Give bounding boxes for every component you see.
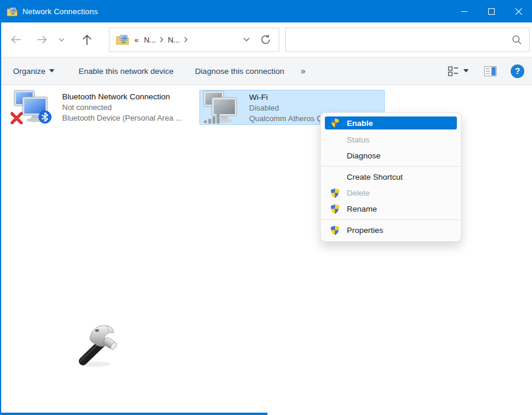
- diagnose-connection-button[interactable]: Diagnose this connection: [195, 67, 284, 76]
- forward-arrow-icon: [36, 34, 48, 45]
- preview-pane-icon: [484, 66, 496, 76]
- connection-bluetooth[interactable]: Bluetooth Network Connection Not connect…: [11, 90, 198, 125]
- address-bar[interactable]: « N... N...: [109, 28, 279, 52]
- help-button[interactable]: ?: [511, 64, 524, 78]
- search-icon: [512, 35, 522, 45]
- minimize-icon: [461, 8, 467, 15]
- uac-shield-icon: [330, 118, 340, 128]
- menu-separator: [321, 166, 461, 167]
- window-title: Network Connections: [22, 7, 98, 16]
- breadcrumb-segment-1[interactable]: N...: [144, 35, 156, 44]
- hammer-cursor: [75, 317, 122, 367]
- refresh-icon: [260, 34, 271, 45]
- app-icon: [7, 7, 18, 17]
- red-x-overlay: [12, 114, 21, 123]
- uac-shield-icon: [330, 188, 340, 199]
- menu-item-status[interactable]: Status: [321, 132, 461, 148]
- menu-item-enable[interactable]: Enable: [325, 116, 457, 129]
- menu-item-label: Diagnose: [347, 151, 381, 160]
- connection-device: Qualcomm Atheros Q: [249, 114, 323, 124]
- toolbar-overflow-label: »: [301, 66, 305, 76]
- menu-item-label: Create Shortcut: [347, 173, 403, 181]
- menu-item-label: Rename: [347, 205, 377, 213]
- recent-locations-button[interactable]: [56, 30, 67, 50]
- connection-status: Disabled: [249, 103, 323, 114]
- context-menu: Enable Status Diagnose Create Shortcut D…: [320, 112, 462, 242]
- signal-bars: [204, 114, 220, 124]
- close-button[interactable]: [505, 0, 532, 22]
- maximize-button[interactable]: [478, 0, 505, 22]
- breadcrumb-chevron-icon: [160, 37, 163, 43]
- caret-down-icon: [49, 69, 54, 73]
- up-button[interactable]: [78, 30, 96, 50]
- window-controls: [450, 0, 532, 22]
- minimize-button[interactable]: [450, 0, 478, 22]
- menu-item-create-shortcut[interactable]: Create Shortcut: [321, 169, 461, 185]
- caret-down-icon: [463, 69, 469, 73]
- chevron-down-icon: [243, 37, 250, 42]
- breadcrumb-overflow[interactable]: «: [134, 35, 138, 44]
- chevron-down-icon: [59, 38, 65, 42]
- connection-text: Wi-Fi Disabled Qualcomm Atheros Q: [249, 90, 323, 124]
- refresh-button[interactable]: [254, 34, 278, 45]
- up-arrow-icon: [82, 34, 92, 46]
- network-connections-window: Network Connections: [0, 0, 532, 415]
- enable-device-button[interactable]: Enable this network device: [79, 67, 174, 76]
- window-border-bottom: [0, 413, 267, 415]
- menu-item-diagnose[interactable]: Diagnose: [321, 148, 461, 164]
- view-list-icon: [448, 66, 459, 76]
- toolbar-overflow-button[interactable]: »: [301, 66, 305, 76]
- search-input[interactable]: [293, 35, 512, 44]
- toolbar-right-group: ?: [448, 64, 532, 78]
- wifi-connection-icon: [200, 90, 247, 124]
- navigation-bar: « N... N...: [0, 22, 532, 57]
- bluetooth-badge: [39, 111, 51, 124]
- connection-text: Bluetooth Network Connection Not connect…: [62, 90, 182, 124]
- organize-label: Organize: [13, 67, 46, 76]
- connection-device: Bluetooth Device (Personal Area ...: [62, 113, 182, 124]
- organize-button[interactable]: Organize: [13, 67, 54, 76]
- menu-item-label: Properties: [347, 226, 383, 235]
- breadcrumb-segment-2[interactable]: N...: [167, 35, 179, 44]
- uac-shield-icon: [330, 204, 340, 215]
- preview-pane-button[interactable]: [484, 66, 496, 76]
- menu-item-properties[interactable]: Properties: [321, 222, 461, 238]
- help-label: ?: [515, 66, 520, 76]
- bluetooth-connection-icon: [11, 90, 62, 124]
- breadcrumb-chevron-icon: [184, 37, 188, 43]
- change-view-button[interactable]: [448, 66, 469, 76]
- command-bar: Organize Enable this network device Diag…: [0, 57, 532, 85]
- menu-item-label: Enable: [347, 119, 373, 128]
- back-button[interactable]: [7, 30, 25, 50]
- uac-shield-icon: [330, 225, 340, 236]
- close-icon: [515, 8, 522, 15]
- menu-item-label: Delete: [347, 189, 370, 197]
- connections-list: Bluetooth Network Connection Not connect…: [0, 86, 532, 415]
- forward-button[interactable]: [33, 30, 51, 50]
- diagnose-connection-label: Diagnose this connection: [195, 67, 284, 76]
- title-bar: Network Connections: [0, 0, 532, 22]
- address-dropdown-button[interactable]: [238, 37, 254, 42]
- connection-name: Wi-Fi: [249, 92, 323, 103]
- connection-status: Not connected: [62, 102, 182, 113]
- search-box[interactable]: [285, 28, 530, 52]
- menu-item-rename[interactable]: Rename: [321, 201, 461, 217]
- maximize-icon: [488, 8, 495, 15]
- enable-device-label: Enable this network device: [79, 67, 174, 76]
- window-border-left: [0, 22, 1, 415]
- menu-separator: [321, 219, 461, 220]
- back-arrow-icon: [10, 34, 22, 45]
- menu-item-delete[interactable]: Delete: [321, 185, 461, 201]
- menu-item-label: Status: [347, 135, 369, 144]
- connection-name: Bluetooth Network Connection: [62, 92, 182, 102]
- network-folder-icon: [116, 34, 129, 45]
